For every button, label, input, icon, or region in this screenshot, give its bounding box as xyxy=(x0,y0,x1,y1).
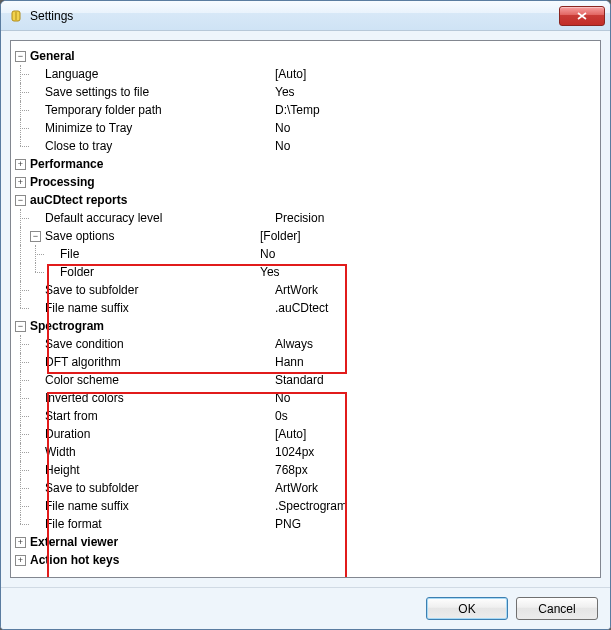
node-spectro-subfolder[interactable]: Save to subfolder ArtWork xyxy=(15,479,596,497)
node-aucdtect-subfolder[interactable]: Save to subfolder ArtWork xyxy=(15,281,596,299)
collapse-icon[interactable]: − xyxy=(15,51,26,62)
titlebar[interactable]: Settings xyxy=(1,1,610,31)
window-title: Settings xyxy=(30,9,559,23)
node-color-scheme[interactable]: Color scheme Standard xyxy=(15,371,596,389)
node-save-options[interactable]: − Save options [Folder] xyxy=(15,227,596,245)
node-external-viewer[interactable]: + External viewer xyxy=(15,533,596,551)
node-spectrogram[interactable]: − Spectrogram xyxy=(15,317,596,335)
node-minimize-tray[interactable]: Minimize to Tray No xyxy=(15,119,596,137)
collapse-icon[interactable]: − xyxy=(15,195,26,206)
content-area: − General Language [Auto] Save settings … xyxy=(1,31,610,587)
dialog-footer: OK Cancel xyxy=(1,587,610,629)
settings-tree[interactable]: − General Language [Auto] Save settings … xyxy=(10,40,601,578)
node-height[interactable]: Height 768px xyxy=(15,461,596,479)
close-button[interactable] xyxy=(559,6,605,26)
node-save-file[interactable]: File No xyxy=(15,245,596,263)
node-aucdtect[interactable]: − auCDtect reports xyxy=(15,191,596,209)
cancel-button[interactable]: Cancel xyxy=(516,597,598,620)
node-temp-folder[interactable]: Temporary folder path D:\Temp xyxy=(15,101,596,119)
collapse-icon[interactable]: − xyxy=(15,321,26,332)
node-dft[interactable]: DFT algorithm Hann xyxy=(15,353,596,371)
expand-icon[interactable]: + xyxy=(15,159,26,170)
node-save-settings[interactable]: Save settings to file Yes xyxy=(15,83,596,101)
node-inverted[interactable]: Inverted colors No xyxy=(15,389,596,407)
node-save-condition[interactable]: Save condition Always xyxy=(15,335,596,353)
node-start-from[interactable]: Start from 0s xyxy=(15,407,596,425)
node-format[interactable]: File format PNG xyxy=(15,515,596,533)
node-hotkeys[interactable]: + Action hot keys xyxy=(15,551,596,569)
node-processing[interactable]: + Processing xyxy=(15,173,596,191)
node-duration[interactable]: Duration [Auto] xyxy=(15,425,596,443)
node-spectro-suffix[interactable]: File name suffix .Spectrogram xyxy=(15,497,596,515)
expand-icon[interactable]: + xyxy=(15,177,26,188)
node-aucdtect-suffix[interactable]: File name suffix .auCDtect xyxy=(15,299,596,317)
node-general[interactable]: − General xyxy=(15,47,596,65)
settings-window: Settings − General Language [Auto] xyxy=(0,0,611,630)
expand-icon[interactable]: + xyxy=(15,537,26,548)
collapse-icon[interactable]: − xyxy=(30,231,41,242)
node-close-tray[interactable]: Close to tray No xyxy=(15,137,596,155)
ok-button[interactable]: OK xyxy=(426,597,508,620)
node-language[interactable]: Language [Auto] xyxy=(15,65,596,83)
node-performance[interactable]: + Performance xyxy=(15,155,596,173)
node-save-folder[interactable]: Folder Yes xyxy=(15,263,596,281)
expand-icon[interactable]: + xyxy=(15,555,26,566)
app-icon xyxy=(8,8,24,24)
node-accuracy[interactable]: Default accuracy level Precision xyxy=(15,209,596,227)
node-width[interactable]: Width 1024px xyxy=(15,443,596,461)
